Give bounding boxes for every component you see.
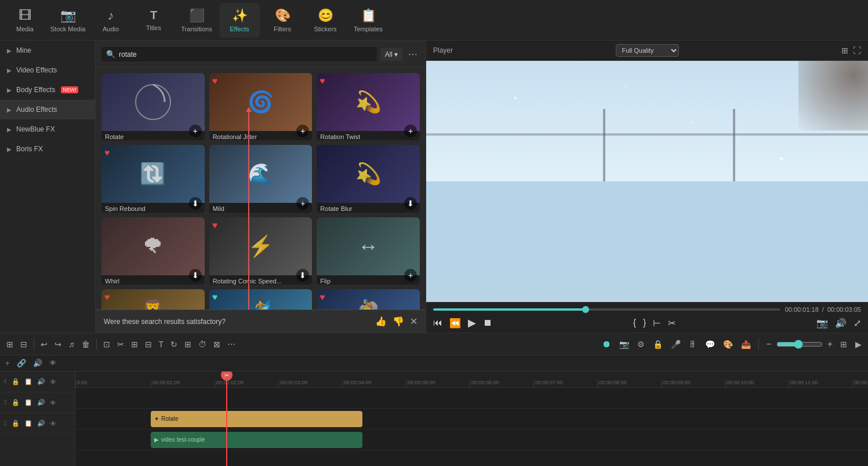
sidebar-item-audio-effects[interactable]: ▶ Audio Effects [0, 100, 95, 119]
sidebar-item-video-effects[interactable]: ▶ Video Effects [0, 60, 95, 80]
mark-in-button[interactable]: { [633, 318, 636, 328]
trim-button[interactable]: ✂ [668, 318, 675, 329]
rewind-button[interactable]: ⏮ [433, 318, 442, 328]
fit-button[interactable]: ⊞ [181, 337, 194, 351]
clip-rotate[interactable]: ✦ Rotate [151, 411, 362, 427]
effect-card-flip[interactable]: ↔️ Flip + [317, 217, 420, 285]
clip-video[interactable]: ▶ video test-couple [151, 432, 362, 448]
more-options-button[interactable]: ▶ [852, 337, 865, 351]
play-button[interactable]: ▶ [468, 316, 476, 329]
split-timeline-button[interactable]: ✂ [114, 337, 127, 351]
grid-view-button[interactable]: ⊞ [841, 46, 848, 55]
search-input[interactable] [119, 50, 372, 59]
toolbar-item-stock-media[interactable]: 📷 Stock Media [48, 3, 88, 38]
snapshot-tl-button[interactable]: 📷 [616, 337, 632, 351]
progress-thumb[interactable] [582, 306, 589, 313]
redo-button[interactable]: ↪ [52, 337, 64, 351]
toolbar-item-filters[interactable]: 🎨 Filters [262, 3, 303, 38]
feedback-thumbup-button[interactable]: 👍 [375, 316, 387, 327]
effect-card-rotate-blur[interactable]: 💫 Rotate Blur ⬇ [317, 145, 420, 212]
crop-button[interactable]: ⊞ [128, 337, 141, 351]
track-button[interactable]: ⊟ [17, 337, 30, 351]
quality-select[interactable]: Full Quality Half Quality Quarter Qualit… [616, 44, 679, 57]
speed-button[interactable]: ⏱ [195, 337, 209, 351]
export-button[interactable]: 📤 [738, 337, 754, 351]
sidebar-item-boris-fx[interactable]: ▶ Boris FX [0, 139, 95, 159]
toolbar-item-templates[interactable]: 📋 Templates [348, 3, 388, 38]
more-tl-button[interactable]: ⋯ [224, 337, 238, 351]
eye-button[interactable]: 👁 [48, 358, 59, 369]
align-button[interactable]: ⊟ [142, 337, 155, 351]
playhead[interactable]: ✂ [226, 372, 227, 466]
track-eye-3[interactable]: 👁 [49, 398, 57, 407]
fullscreen-button[interactable]: ⛶ [853, 46, 861, 55]
track-audio-4[interactable]: 🔊 [36, 377, 46, 387]
progress-bar[interactable] [433, 308, 780, 311]
rotate-tl-button[interactable]: ↻ [168, 337, 180, 351]
track-eye-2[interactable]: 👁 [49, 419, 57, 428]
color-button[interactable]: 🎨 [720, 337, 736, 351]
search-more-button[interactable]: ⋯ [406, 46, 420, 62]
undo-button[interactable]: ↩ [38, 337, 50, 351]
sidebar-item-mine[interactable]: ▶ Mine [0, 41, 95, 60]
transform-button[interactable]: ⊠ [210, 337, 223, 351]
zoom-in-button[interactable]: + [825, 338, 835, 351]
effect-card-rotational-jitter[interactable]: ♥ 🌀 Rotational Jitter + [209, 73, 313, 140]
effect-card-rotating-comic-speed[interactable]: ♥ ⚡ Rotating Comic Speed... ⬇ [209, 217, 313, 285]
track-audio-2[interactable]: 🔊 [36, 418, 46, 428]
scene-button[interactable]: ⊞ [3, 337, 16, 351]
sidebar-item-newblue-fx[interactable]: ▶ NewBlue FX [0, 119, 95, 139]
stop-button[interactable]: ⏹ [483, 318, 492, 328]
effect-download-rotate-blur[interactable]: ⬇ [404, 197, 417, 210]
search-filter-button[interactable]: All ▾ [380, 48, 402, 61]
effect-card-mild[interactable]: 🌊 Mild + [209, 145, 313, 212]
track-lock-4[interactable]: 🔒 [10, 377, 21, 387]
detach-button[interactable]: ⊡ [100, 337, 113, 351]
effect-card-rotate[interactable]: Rotate + [101, 73, 205, 140]
settings-tl-button[interactable]: ⚙ [634, 337, 648, 351]
feedback-close-button[interactable]: ✕ [410, 316, 417, 327]
add-audio-button[interactable]: ♬ [66, 337, 78, 351]
effect-download-spin-rebound[interactable]: ⬇ [189, 197, 202, 210]
toolbar-item-transitions[interactable]: ⬛ Transitions [176, 3, 217, 38]
track-audio-3[interactable]: 🔊 [36, 398, 46, 407]
effect-add-flip[interactable]: + [404, 269, 417, 282]
link-button[interactable]: 🔗 [15, 358, 28, 369]
track-copy-4[interactable]: 📋 [23, 377, 34, 387]
effect-download-whirl[interactable]: ⬇ [189, 269, 202, 282]
effect-card-rotation-twist[interactable]: ♥ 💫 Rotation Twist + [317, 73, 420, 140]
text-button[interactable]: T [156, 337, 167, 351]
effect-card-spin-rebound[interactable]: ♥ 🔃 Spin Rebound ⬇ [101, 145, 205, 212]
toolbar-item-titles[interactable]: T Titles [133, 3, 174, 38]
zoom-slider[interactable] [776, 340, 823, 349]
sidebar-item-body-effects[interactable]: ▶ Body Effects NEW! [0, 80, 95, 100]
toolbar-item-audio[interactable]: ♪ Audio [90, 3, 131, 38]
volume-button[interactable]: 🔊 [835, 318, 847, 329]
audio-track-button[interactable]: 🔊 [31, 358, 44, 369]
grid-tl-button[interactable]: ⊞ [837, 337, 850, 351]
toolbar-item-effects[interactable]: ✨ Effects [219, 3, 260, 38]
track-lock-2[interactable]: 🔒 [10, 418, 21, 428]
track-copy-3[interactable]: 📋 [23, 398, 34, 407]
magnet-button[interactable]: 🔒 [650, 337, 666, 351]
effect-card-whirl[interactable]: 🌪 Whirl ⬇ [101, 217, 205, 285]
subtitle-button[interactable]: 💬 [702, 337, 718, 351]
track-eye-4[interactable]: 👁 [49, 377, 57, 387]
split-button[interactable]: ⊢ [653, 318, 661, 329]
mark-out-button[interactable]: } [643, 318, 646, 328]
record-button[interactable]: ⏺ [599, 337, 614, 352]
snapshot-button[interactable]: 📷 [816, 318, 828, 329]
mic-button[interactable]: 🎤 [668, 337, 684, 351]
feedback-thumbdown-button[interactable]: 👎 [393, 316, 404, 327]
delete-button[interactable]: 🗑 [79, 337, 93, 351]
toolbar-item-media[interactable]: 🎞 Media [5, 3, 45, 38]
add-track-button[interactable]: + [3, 358, 12, 369]
track-lock-3[interactable]: 🔒 [10, 398, 21, 407]
effect-add-mild[interactable]: + [296, 197, 309, 210]
aspect-ratio-button[interactable]: ⤢ [854, 318, 861, 329]
audio-mix-button[interactable]: 🎚 [686, 337, 700, 351]
effect-add-rotate[interactable]: + [189, 125, 202, 137]
zoom-out-button[interactable]: − [764, 338, 773, 351]
track-copy-2[interactable]: 📋 [23, 418, 34, 428]
step-back-button[interactable]: ⏪ [449, 318, 461, 329]
